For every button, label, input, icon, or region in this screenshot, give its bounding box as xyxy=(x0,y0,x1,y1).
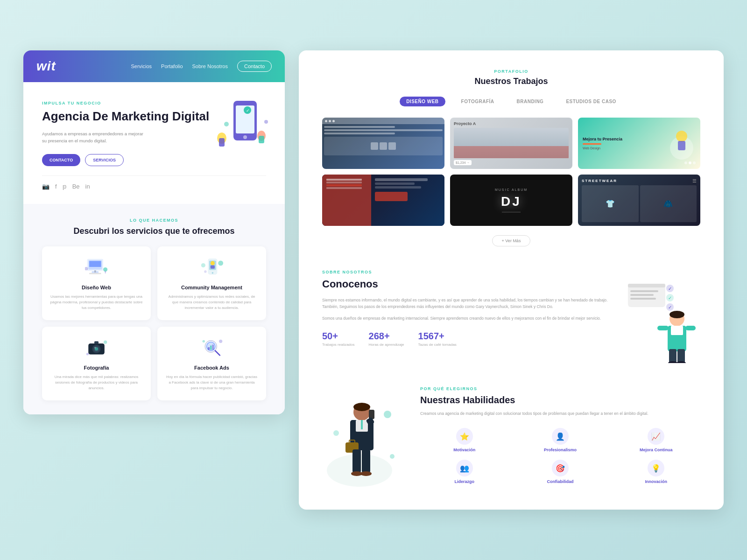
svg-text:✓: ✓ xyxy=(668,305,672,310)
svg-point-73 xyxy=(353,403,370,411)
skills-grid: ⭐ Motivación 👤 Profesionalismo 📈 Mejora … xyxy=(420,428,700,484)
tab-estudios[interactable]: ESTUDIOS DE CASO xyxy=(559,97,622,106)
left-card: wit Servicios Portafolio Sobre Nosotros … xyxy=(23,50,285,414)
motivacion-icon: ⭐ xyxy=(456,428,473,445)
linkedin-icon[interactable]: in xyxy=(85,183,90,190)
facebook-icon[interactable]: f xyxy=(55,183,57,190)
fb-icon xyxy=(200,336,224,359)
pinterest-icon[interactable]: 𝕡 xyxy=(63,183,67,190)
about-text-2: Somos una dueños de empresas de marketin… xyxy=(322,315,612,322)
behance-icon[interactable]: Be xyxy=(72,183,80,190)
svg-point-24 xyxy=(211,272,213,274)
svg-rect-80 xyxy=(362,449,370,473)
hero-contact-button[interactable]: CONTACTO xyxy=(42,154,80,166)
stat-tazas-label: Tazas de café tomadas xyxy=(418,343,457,347)
svg-rect-39 xyxy=(208,347,210,350)
svg-point-70 xyxy=(333,430,339,436)
portfolio-item-streetwear[interactable]: STREETWEAR ☰ 👕 🧥 xyxy=(578,175,700,226)
stat-horas-label: Horas de aprendizaje xyxy=(369,343,404,347)
stat-tazas-number: 1567+ xyxy=(418,331,457,342)
nav-servicios[interactable]: Servicios xyxy=(131,63,152,69)
skill-mejora-label: Mejora Continua xyxy=(612,448,700,452)
svg-rect-79 xyxy=(352,449,361,473)
skills-section: POR QUÉ ELEGIRNOS Nuestras Habilidades C… xyxy=(322,386,700,491)
svg-rect-18 xyxy=(105,271,106,273)
svg-rect-67 xyxy=(685,326,696,330)
hero-illustration: ✓ xyxy=(210,96,271,157)
tab-diseno-web[interactable]: DISEÑO WEB xyxy=(400,97,445,106)
nav-contact-button[interactable]: Contacto xyxy=(237,61,272,72)
svg-point-10 xyxy=(264,120,268,124)
social-icons: 📷 f 𝕡 Be in xyxy=(42,175,266,190)
tab-branding[interactable]: BRANDING xyxy=(510,97,550,106)
skill-liderazgo: 👥 Liderazgo xyxy=(420,460,508,484)
svg-rect-66 xyxy=(657,326,669,330)
svg-point-42 xyxy=(202,340,204,342)
service-card-web: Diseño Web Usamos las mejores herramient… xyxy=(42,246,151,320)
services-title: Descubri los servicios que te ofrecemos xyxy=(42,226,266,236)
portfolio-tabs: DISEÑO WEB FOTOGRAFÍA BRANDING ESTUDIOS … xyxy=(322,97,700,106)
svg-rect-41 xyxy=(212,344,214,350)
skill-mejora: 📈 Mejora Continua xyxy=(612,428,700,452)
svg-rect-62 xyxy=(669,349,677,363)
services-section: LO QUE HACEMOS Descubri los servicios qu… xyxy=(23,204,285,414)
svg-rect-46 xyxy=(678,141,685,150)
svg-point-22 xyxy=(210,261,214,265)
nav-sobre[interactable]: Sobre Nosotros xyxy=(192,63,228,69)
left-nav: wit Servicios Portafolio Sobre Nosotros … xyxy=(23,50,285,82)
stat-horas: 268+ Horas de aprendizaje xyxy=(369,331,404,347)
services-grid: Diseño Web Usamos las mejores herramient… xyxy=(42,246,266,400)
tab-fotografia[interactable]: FOTOGRAFÍA xyxy=(455,97,501,106)
portfolio-item-3[interactable]: Mejora tu Presencia Web Design xyxy=(578,118,700,169)
svg-rect-15 xyxy=(89,273,101,274)
svg-rect-83 xyxy=(369,410,374,419)
skill-profesionalismo-label: Profesionalismo xyxy=(516,448,604,452)
stat-horas-number: 268+ xyxy=(369,331,404,342)
svg-rect-48 xyxy=(628,284,665,287)
svg-point-82 xyxy=(360,471,372,476)
skill-profesionalismo: 👤 Profesionalismo xyxy=(516,428,604,452)
svg-text:✓: ✓ xyxy=(668,286,672,291)
main-container: wit Servicios Portafolio Sobre Nosotros … xyxy=(23,50,724,510)
foto-icon xyxy=(85,336,108,359)
hero-description: Ayudamos a empresas a emprendedores a me… xyxy=(42,130,145,144)
about-section: SOBRE NOSOTROS Conocenos Siempre nos est… xyxy=(322,270,700,363)
portfolio-item-dj[interactable]: MUSIC ALBUM DJ xyxy=(450,175,572,226)
skill-confiabilidad-label: Confiabilidad xyxy=(516,479,604,484)
right-card: PORTAFOLIO Nuestros Trabajos DISEÑO WEB … xyxy=(299,50,724,510)
portfolio-item-1[interactable] xyxy=(322,118,444,169)
svg-point-33 xyxy=(94,347,96,349)
svg-rect-76 xyxy=(361,420,363,429)
portfolio-section: PORTAFOLIO Nuestros Trabajos DISEÑO WEB … xyxy=(322,69,700,246)
load-more-button[interactable]: + Ver Más xyxy=(492,235,531,246)
skill-liderazgo-label: Liderazgo xyxy=(420,479,508,484)
service-web-name: Diseño Web xyxy=(49,285,143,290)
svg-rect-23 xyxy=(210,265,214,268)
svg-rect-63 xyxy=(677,349,685,363)
skill-innovacion: 💡 Innovación xyxy=(612,460,700,484)
skill-motivacion-label: Motivación xyxy=(420,448,508,452)
skills-illustration xyxy=(322,386,406,491)
innovacion-icon: 💡 xyxy=(648,460,664,476)
nav-portafolio[interactable]: Portafolio xyxy=(161,63,183,69)
svg-point-71 xyxy=(390,454,395,459)
instagram-icon[interactable]: 📷 xyxy=(42,183,49,190)
svg-line-38 xyxy=(215,350,219,355)
about-label: SOBRE NOSOTROS xyxy=(322,270,612,274)
portfolio-item-4[interactable] xyxy=(322,175,444,226)
hero-services-button[interactable]: SERVICIOS xyxy=(85,154,124,166)
skills-title: Nuestras Habilidades xyxy=(420,395,700,406)
skill-motivacion: ⭐ Motivación xyxy=(420,428,508,452)
web-icon xyxy=(85,256,108,279)
portfolio-item-2[interactable]: Proyecto A $1,234 → xyxy=(450,118,572,169)
service-fb-desc: Hoy en día la fórmula hacer publicidad c… xyxy=(165,374,259,391)
service-foto-desc: Una mirada dice más que mil palabras: re… xyxy=(49,374,143,391)
svg-rect-6 xyxy=(219,138,225,147)
portfolio-grid: Proyecto A $1,234 → Mejora tu Presencia … xyxy=(322,118,700,226)
skill-confiabilidad: 🎯 Confiabilidad xyxy=(516,460,604,484)
svg-point-26 xyxy=(201,263,205,267)
service-card-fb: Facebook Ads Hoy en día la fórmula hacer… xyxy=(157,327,266,400)
svg-point-27 xyxy=(204,270,206,273)
about-content: SOBRE NOSOTROS Conocenos Siempre nos est… xyxy=(322,270,612,347)
svg-rect-61 xyxy=(671,326,683,335)
